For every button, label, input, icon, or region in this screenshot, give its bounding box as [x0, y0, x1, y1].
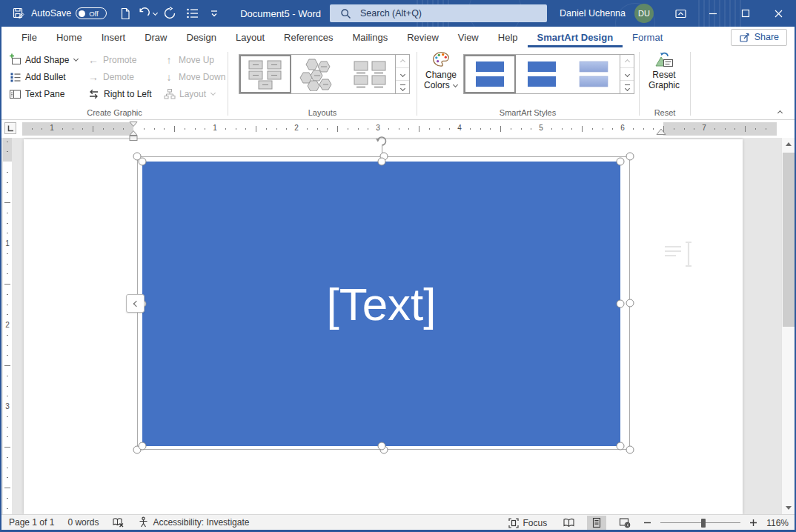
- ruler-tick: [174, 126, 175, 132]
- smartart-shape[interactable]: [Text]: [142, 162, 620, 446]
- tab-smartart-design[interactable]: SmartArt Design: [528, 27, 623, 47]
- style-option-flat[interactable]: [516, 55, 568, 93]
- ruler-tick: [73, 128, 73, 130]
- tab-help[interactable]: Help: [488, 27, 528, 47]
- minimize-button[interactable]: [697, 0, 729, 27]
- layouts-scroll-down-button[interactable]: [396, 67, 409, 81]
- focus-mode-button[interactable]: Focus: [508, 517, 548, 529]
- web-layout-button[interactable]: [615, 516, 634, 530]
- add-bullet-button[interactable]: Add Bullet: [6, 68, 82, 85]
- resize-handle[interactable]: [617, 300, 625, 308]
- tab-draw[interactable]: Draw: [135, 27, 176, 47]
- tab-home[interactable]: Home: [47, 27, 92, 47]
- tab-references[interactable]: References: [274, 27, 342, 47]
- scroll-down-button[interactable]: [782, 502, 795, 514]
- add-shape-button[interactable]: Add Shape: [6, 51, 82, 68]
- styles-gallery-more-button[interactable]: [620, 80, 634, 93]
- maximize-button[interactable]: [729, 0, 762, 27]
- layout-option-picture-list[interactable]: [343, 55, 395, 93]
- resize-handle[interactable]: [626, 299, 634, 307]
- scrollbar-thumb[interactable]: [783, 153, 795, 327]
- tab-format[interactable]: Format: [623, 27, 672, 47]
- layouts-scroll-up-button[interactable]: [396, 55, 409, 67]
- user-name[interactable]: Daniel Uchenna: [560, 8, 626, 19]
- zoom-slider[interactable]: [660, 518, 740, 528]
- avatar[interactable]: DU: [634, 4, 654, 23]
- layout-button[interactable]: Layout: [160, 85, 228, 102]
- ruler-tick: [123, 128, 124, 130]
- rotation-handle[interactable]: [375, 134, 388, 147]
- resize-handle[interactable]: [139, 158, 147, 166]
- tab-design[interactable]: Design: [177, 27, 226, 47]
- zoom-out-button[interactable]: [643, 519, 651, 527]
- customize-quick-access-button[interactable]: [203, 0, 225, 27]
- resize-handle[interactable]: [617, 158, 625, 166]
- redo-button[interactable]: [159, 0, 181, 27]
- page-indicator[interactable]: Page 1 of 1: [9, 517, 54, 528]
- accessibility-status[interactable]: Accessibility: Investigate: [138, 516, 249, 528]
- text-pane-toggle-button[interactable]: [126, 294, 145, 313]
- autosave-toggle[interactable]: Off: [76, 7, 107, 19]
- resize-handle[interactable]: [378, 158, 386, 166]
- ruler-tick: [388, 128, 389, 130]
- tab-view[interactable]: View: [448, 27, 488, 47]
- new-document-button[interactable]: [114, 0, 136, 27]
- resize-handle[interactable]: [626, 153, 634, 161]
- close-button[interactable]: [762, 0, 795, 27]
- tab-file[interactable]: File: [12, 27, 47, 47]
- ruler-tick: [399, 128, 399, 130]
- tab-stop-icon: [6, 124, 15, 133]
- tab-layout[interactable]: Layout: [226, 27, 274, 47]
- zoom-slider-thumb[interactable]: [701, 519, 706, 528]
- read-mode-button[interactable]: [559, 516, 578, 530]
- tab-insert[interactable]: Insert: [92, 27, 136, 47]
- resize-handle[interactable]: [617, 442, 625, 450]
- right-indent-marker[interactable]: [655, 128, 667, 136]
- style-option-simple-fill[interactable]: [464, 55, 516, 93]
- ruler-tick: [185, 128, 185, 130]
- zoom-level-button[interactable]: 116%: [766, 518, 789, 528]
- promote-button[interactable]: ← Promote: [84, 51, 155, 68]
- ribbon-display-options-button[interactable]: [664, 0, 697, 27]
- collapse-ribbon-button[interactable]: [777, 110, 783, 116]
- reset-graphic-button[interactable]: Reset Graphic: [643, 50, 685, 90]
- word-count[interactable]: 0 words: [67, 517, 99, 528]
- styles-scroll-up-button[interactable]: [620, 55, 634, 67]
- ruler-tick: [766, 128, 766, 130]
- ruler-tick: [7, 457, 8, 458]
- styles-scroll-down-button[interactable]: [620, 67, 634, 81]
- tab-review[interactable]: Review: [397, 27, 448, 47]
- undo-button[interactable]: [136, 0, 159, 27]
- indent-markers[interactable]: [127, 121, 139, 142]
- move-up-button[interactable]: ↑ Move Up: [160, 51, 228, 68]
- layout-option-hierarchy[interactable]: [239, 55, 291, 93]
- layout-option-hexagons[interactable]: [291, 55, 343, 93]
- share-button[interactable]: Share: [731, 29, 787, 46]
- bullet-list-button[interactable]: [181, 0, 203, 27]
- group-smartart-styles: Change Colors: [417, 47, 638, 119]
- right-to-left-button[interactable]: Right to Left: [84, 85, 155, 102]
- change-colors-button[interactable]: Change Colors: [420, 50, 462, 90]
- add-shape-dropdown-chevron-icon: [73, 56, 79, 61]
- search-box[interactable]: Search (Alt+Q): [330, 4, 547, 22]
- resize-handle[interactable]: [378, 442, 386, 450]
- ruler-tick: [245, 128, 246, 130]
- resize-handle[interactable]: [626, 446, 634, 454]
- style-option-subtle[interactable]: [568, 55, 620, 93]
- minus-icon: [643, 519, 651, 527]
- save-button[interactable]: [7, 0, 30, 27]
- layouts-gallery-more-button[interactable]: [396, 80, 409, 93]
- bullet-list-icon: [186, 7, 199, 19]
- tab-stop-selector[interactable]: [4, 122, 16, 134]
- resize-handle[interactable]: [139, 442, 147, 450]
- proofing-status[interactable]: [112, 516, 125, 528]
- print-layout-button[interactable]: [587, 516, 606, 530]
- demote-button[interactable]: → Demote: [84, 68, 155, 85]
- ruler-tick: [582, 126, 583, 132]
- tab-mailings[interactable]: Mailings: [343, 27, 398, 47]
- zoom-in-button[interactable]: [749, 519, 757, 527]
- move-down-button[interactable]: ↓ Move Down: [160, 68, 228, 85]
- text-pane-button[interactable]: Text Pane: [6, 85, 82, 102]
- scroll-up-button[interactable]: [782, 138, 795, 150]
- smartart-placeholder-text[interactable]: [Text]: [326, 278, 436, 330]
